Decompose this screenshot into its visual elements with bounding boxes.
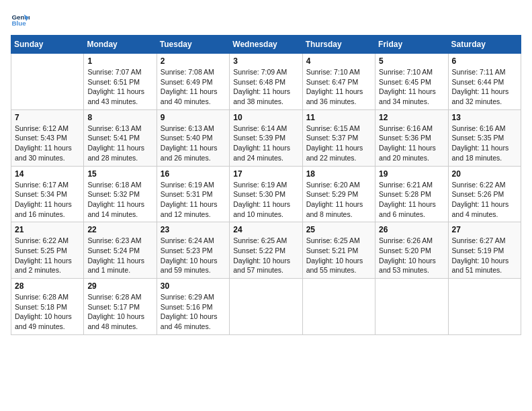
day-number: 12	[379, 113, 444, 122]
day-number: 19	[379, 169, 444, 179]
day-number: 24	[233, 225, 298, 234]
day-content: Sunrise: 7:11 AM Sunset: 6:44 PM Dayligh…	[452, 67, 517, 107]
logo-icon: General Blue	[11, 11, 30, 30]
day-content: Sunrise: 6:21 AM Sunset: 5:28 PM Dayligh…	[379, 180, 444, 220]
day-content: Sunrise: 6:18 AM Sunset: 5:32 PM Dayligh…	[87, 180, 152, 220]
day-number: 14	[15, 169, 80, 179]
day-number: 20	[452, 169, 517, 179]
day-content: Sunrise: 6:16 AM Sunset: 5:35 PM Dayligh…	[452, 124, 517, 163]
calendar-cell: 28Sunrise: 6:28 AM Sunset: 5:18 PM Dayli…	[11, 279, 84, 335]
day-content: Sunrise: 6:23 AM Sunset: 5:24 PM Dayligh…	[87, 236, 152, 275]
calendar-cell: 11Sunrise: 6:15 AM Sunset: 5:37 PM Dayli…	[302, 109, 375, 166]
weekday-header: Friday	[375, 36, 448, 54]
day-content: Sunrise: 6:28 AM Sunset: 5:17 PM Dayligh…	[87, 292, 152, 332]
day-content: Sunrise: 6:22 AM Sunset: 5:25 PM Dayligh…	[15, 236, 80, 275]
day-content: Sunrise: 7:07 AM Sunset: 6:51 PM Dayligh…	[87, 67, 152, 107]
day-number: 25	[306, 225, 371, 234]
day-content: Sunrise: 6:27 AM Sunset: 5:19 PM Dayligh…	[452, 236, 517, 275]
day-number: 11	[306, 113, 371, 122]
calendar-cell: 25Sunrise: 6:25 AM Sunset: 5:21 PM Dayli…	[302, 222, 375, 279]
calendar-cell: 29Sunrise: 6:28 AM Sunset: 5:17 PM Dayli…	[84, 279, 157, 335]
calendar-cell	[230, 279, 302, 335]
day-content: Sunrise: 6:19 AM Sunset: 5:31 PM Dayligh…	[161, 180, 226, 220]
day-content: Sunrise: 6:13 AM Sunset: 5:41 PM Dayligh…	[87, 124, 152, 163]
day-number: 2	[161, 56, 226, 66]
day-number: 28	[15, 281, 80, 291]
day-number: 29	[87, 281, 152, 291]
day-number: 16	[161, 169, 226, 179]
calendar-week-row: 7Sunrise: 6:12 AM Sunset: 5:43 PM Daylig…	[11, 109, 521, 166]
calendar-cell: 6Sunrise: 7:11 AM Sunset: 6:44 PM Daylig…	[448, 54, 521, 110]
day-content: Sunrise: 6:29 AM Sunset: 5:16 PM Dayligh…	[161, 292, 226, 332]
day-content: Sunrise: 6:28 AM Sunset: 5:18 PM Dayligh…	[15, 292, 80, 332]
calendar-cell: 18Sunrise: 6:20 AM Sunset: 5:29 PM Dayli…	[302, 166, 375, 222]
calendar-cell: 30Sunrise: 6:29 AM Sunset: 5:16 PM Dayli…	[157, 279, 229, 335]
calendar-cell: 15Sunrise: 6:18 AM Sunset: 5:32 PM Dayli…	[84, 166, 157, 222]
calendar-cell: 14Sunrise: 6:17 AM Sunset: 5:34 PM Dayli…	[11, 166, 84, 222]
calendar-cell	[448, 279, 521, 335]
day-number: 8	[87, 113, 152, 122]
day-number: 6	[452, 56, 517, 66]
day-content: Sunrise: 7:09 AM Sunset: 6:48 PM Dayligh…	[233, 67, 298, 107]
calendar-cell: 1Sunrise: 7:07 AM Sunset: 6:51 PM Daylig…	[84, 54, 157, 110]
calendar-cell: 4Sunrise: 7:10 AM Sunset: 6:47 PM Daylig…	[302, 54, 375, 110]
calendar-cell: 8Sunrise: 6:13 AM Sunset: 5:41 PM Daylig…	[84, 109, 157, 166]
day-content: Sunrise: 6:17 AM Sunset: 5:34 PM Dayligh…	[15, 180, 80, 220]
day-number: 10	[233, 113, 298, 122]
calendar-cell: 27Sunrise: 6:27 AM Sunset: 5:19 PM Dayli…	[448, 222, 521, 279]
day-content: Sunrise: 6:22 AM Sunset: 5:26 PM Dayligh…	[452, 180, 517, 220]
calendar-cell	[302, 279, 375, 335]
day-content: Sunrise: 6:19 AM Sunset: 5:30 PM Dayligh…	[233, 180, 298, 220]
day-number: 26	[379, 225, 444, 234]
day-content: Sunrise: 6:16 AM Sunset: 5:36 PM Dayligh…	[379, 124, 444, 163]
day-number: 30	[161, 281, 226, 291]
calendar-cell: 24Sunrise: 6:25 AM Sunset: 5:22 PM Dayli…	[230, 222, 302, 279]
weekday-header: Thursday	[302, 36, 375, 54]
calendar-cell	[11, 54, 84, 110]
day-content: Sunrise: 6:26 AM Sunset: 5:20 PM Dayligh…	[379, 236, 444, 275]
weekday-header: Saturday	[448, 36, 521, 54]
page-header: General Blue	[11, 11, 521, 30]
svg-text:Blue: Blue	[11, 19, 26, 27]
day-number: 17	[233, 169, 298, 179]
day-number: 3	[233, 56, 298, 66]
day-number: 5	[379, 56, 444, 66]
day-number: 4	[306, 56, 371, 66]
calendar-cell: 17Sunrise: 6:19 AM Sunset: 5:30 PM Dayli…	[230, 166, 302, 222]
day-content: Sunrise: 7:08 AM Sunset: 6:49 PM Dayligh…	[161, 67, 226, 107]
calendar-header-row: SundayMondayTuesdayWednesdayThursdayFrid…	[11, 36, 521, 54]
calendar-cell: 9Sunrise: 6:13 AM Sunset: 5:40 PM Daylig…	[157, 109, 229, 166]
calendar-table: SundayMondayTuesdayWednesdayThursdayFrid…	[11, 35, 521, 335]
day-content: Sunrise: 7:10 AM Sunset: 6:47 PM Dayligh…	[306, 67, 371, 107]
calendar-cell: 10Sunrise: 6:14 AM Sunset: 5:39 PM Dayli…	[230, 109, 302, 166]
day-number: 1	[87, 56, 152, 66]
day-content: Sunrise: 6:25 AM Sunset: 5:22 PM Dayligh…	[233, 236, 298, 275]
calendar-week-row: 21Sunrise: 6:22 AM Sunset: 5:25 PM Dayli…	[11, 222, 521, 279]
calendar-cell: 5Sunrise: 7:10 AM Sunset: 6:45 PM Daylig…	[375, 54, 448, 110]
calendar-cell: 2Sunrise: 7:08 AM Sunset: 6:49 PM Daylig…	[157, 54, 229, 110]
day-number: 13	[452, 113, 517, 122]
day-content: Sunrise: 6:12 AM Sunset: 5:43 PM Dayligh…	[15, 124, 80, 163]
day-number: 21	[15, 225, 80, 234]
calendar-cell: 23Sunrise: 6:24 AM Sunset: 5:23 PM Dayli…	[157, 222, 229, 279]
day-content: Sunrise: 6:14 AM Sunset: 5:39 PM Dayligh…	[233, 124, 298, 163]
day-content: Sunrise: 6:24 AM Sunset: 5:23 PM Dayligh…	[161, 236, 226, 275]
weekday-header: Monday	[84, 36, 157, 54]
calendar-cell: 19Sunrise: 6:21 AM Sunset: 5:28 PM Dayli…	[375, 166, 448, 222]
day-content: Sunrise: 7:10 AM Sunset: 6:45 PM Dayligh…	[379, 67, 444, 107]
calendar-cell	[375, 279, 448, 335]
calendar-cell: 20Sunrise: 6:22 AM Sunset: 5:26 PM Dayli…	[448, 166, 521, 222]
logo: General Blue	[11, 11, 34, 30]
weekday-header: Tuesday	[157, 36, 229, 54]
calendar-cell: 21Sunrise: 6:22 AM Sunset: 5:25 PM Dayli…	[11, 222, 84, 279]
day-number: 22	[87, 225, 152, 234]
calendar-cell: 13Sunrise: 6:16 AM Sunset: 5:35 PM Dayli…	[448, 109, 521, 166]
day-content: Sunrise: 6:20 AM Sunset: 5:29 PM Dayligh…	[306, 180, 371, 220]
calendar-cell: 22Sunrise: 6:23 AM Sunset: 5:24 PM Dayli…	[84, 222, 157, 279]
day-content: Sunrise: 6:15 AM Sunset: 5:37 PM Dayligh…	[306, 124, 371, 163]
weekday-header: Sunday	[11, 36, 84, 54]
calendar-cell: 12Sunrise: 6:16 AM Sunset: 5:36 PM Dayli…	[375, 109, 448, 166]
day-content: Sunrise: 6:13 AM Sunset: 5:40 PM Dayligh…	[161, 124, 226, 163]
calendar-cell: 7Sunrise: 6:12 AM Sunset: 5:43 PM Daylig…	[11, 109, 84, 166]
day-number: 27	[452, 225, 517, 234]
